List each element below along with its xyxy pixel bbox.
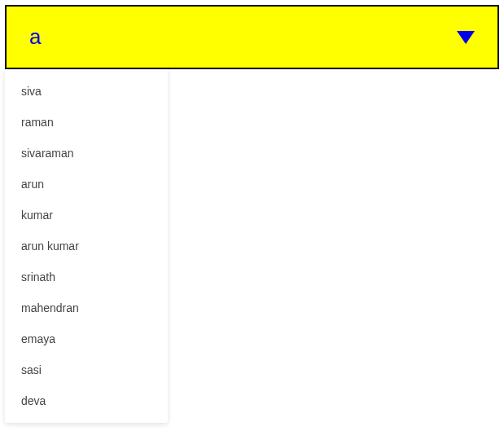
- dropdown-item[interactable]: raman: [5, 107, 168, 138]
- dropdown-item[interactable]: kumar: [5, 200, 168, 231]
- chevron-down-icon: [457, 31, 475, 44]
- dropdown-item[interactable]: sivaraman: [5, 138, 168, 169]
- dropdown-item[interactable]: srinath: [5, 262, 168, 292]
- dropdown-item[interactable]: emaya: [5, 323, 168, 354]
- dropdown: a siva raman sivaraman arun kumar arun k…: [5, 5, 499, 69]
- dropdown-list: siva raman sivaraman arun kumar arun kum…: [5, 69, 168, 423]
- dropdown-item[interactable]: arun kumar: [5, 231, 168, 262]
- dropdown-item[interactable]: deva: [5, 385, 168, 416]
- dropdown-item[interactable]: sasi: [5, 354, 168, 385]
- dropdown-trigger[interactable]: a: [5, 5, 499, 69]
- dropdown-selected-value: a: [29, 24, 41, 50]
- dropdown-item[interactable]: siva: [5, 76, 168, 107]
- dropdown-item[interactable]: mahendran: [5, 292, 168, 323]
- dropdown-item[interactable]: arun: [5, 169, 168, 200]
